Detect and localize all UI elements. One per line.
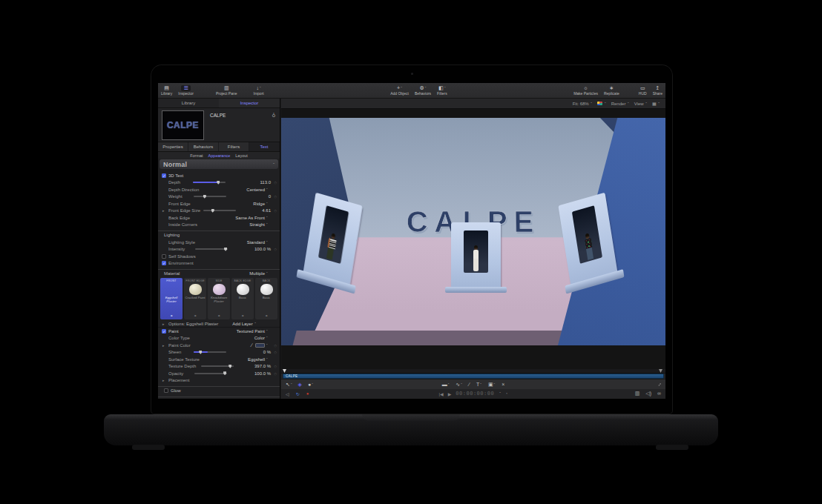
link-icon[interactable]: ⚭ [194,314,197,318]
resize-pane-handle[interactable]: ↕ [657,382,662,387]
share-button[interactable]: ↥ Share [650,83,665,98]
timing-display-mode[interactable]: ◔ [505,391,508,396]
paint-popup[interactable]: Textured Paint [232,329,265,334]
intensity-value[interactable]: 100.0 % [238,247,271,251]
keyframe-icon[interactable]: ◇ [271,364,277,368]
material-swatch-front[interactable]: FRONT Eggshell Plaster ⚭ [160,278,183,319]
fit-zoom-control[interactable]: Fit: 68% ˇ [573,102,592,106]
mask-tool[interactable]: ▣ˇ [488,382,495,388]
weight-value[interactable]: 0 [238,194,271,199]
behaviors-button[interactable]: ⚙ˇ Behaviors [412,83,434,98]
disclosure-icon[interactable]: ▸ [162,322,165,326]
channel-select[interactable]: ˇ [597,102,606,106]
weight-slider[interactable] [194,196,226,197]
record-button[interactable]: ● [306,391,309,396]
view-menu[interactable]: View ˇ [634,102,647,106]
pin-icon[interactable]: ⚲ [272,112,275,118]
tab-library[interactable]: Library [158,99,219,107]
self-shadows-checkbox[interactable] [162,254,166,259]
crop-tool[interactable]: × [502,382,504,387]
loop-button[interactable]: ↻ [296,391,300,397]
chevron-down-icon[interactable]: ˇ [499,391,501,396]
show-keyframes-button[interactable]: ∞ [657,391,661,397]
shape-tool[interactable]: ▬ˇ [442,382,450,387]
keyframe-icon[interactable]: ◇ [271,208,277,213]
3d-transform-tool[interactable]: ◈ [298,382,302,388]
texture-depth-slider[interactable] [201,365,234,367]
filters-button[interactable]: ◧ˇ Filters [434,83,450,98]
keyframe-icon[interactable]: ◇ [271,350,277,354]
keyframe-icon[interactable]: ◇ [271,180,277,185]
material-swatch-back[interactable]: BACK Basic ⚭ [255,278,277,319]
disclosure-icon[interactable]: ▸ [162,208,165,213]
bezier-tool[interactable]: ∿ˇ [456,382,462,388]
link-icon[interactable]: ⚭ [170,314,173,318]
playhead-icon[interactable] [283,369,286,373]
render-menu[interactable]: Render ˇ [611,102,629,106]
project-pane-button[interactable]: ▥ Project Pane [213,83,240,98]
add-layer-button[interactable]: Add Layer ˇ [232,322,256,326]
tab-text[interactable]: Text [249,142,280,151]
inside-corners-popup[interactable]: Straight [232,222,265,227]
timecode-display[interactable]: 00:00:00:00 [456,391,494,397]
import-button[interactable]: ↓ˇ Import [251,83,267,98]
opacity-value[interactable]: 100.0 % [238,371,271,376]
tab-inspector[interactable]: Inspector [219,99,280,107]
depth-direction-popup[interactable]: Centered [232,188,265,192]
select-tool[interactable]: ↖ˇ [286,382,292,388]
front-edge-size-slider[interactable] [203,210,236,211]
make-particles-button[interactable]: ☼ Make Particles [571,83,601,98]
depth-value[interactable]: 113.0 [238,180,271,185]
material-swatch-side[interactable]: SIDE Knockdown Plaster ⚭ [208,278,230,319]
keyframe-icon[interactable]: ◇ [271,343,277,348]
environment-checkbox[interactable]: ✓ [162,261,166,265]
play-button[interactable]: ▶ [448,391,452,397]
tab-behaviors[interactable]: Behaviors [188,142,219,151]
mute-button[interactable]: ◁ [286,391,289,397]
subtab-layout[interactable]: Layout [235,153,248,158]
text-tool[interactable]: Tˇ [476,382,481,387]
disclosure-icon[interactable]: ▸ [162,378,165,382]
tab-filters[interactable]: Filters [219,142,249,151]
eyedropper-icon[interactable]: ∕ [251,342,252,348]
hud-button[interactable]: ▭ HUD [636,83,650,98]
library-button[interactable]: ▤ Library [158,83,175,98]
3d-text-checkbox[interactable]: ✓ [162,173,166,178]
link-icon[interactable]: ⚭ [217,314,220,318]
subtab-appearance[interactable]: Appearance [208,153,231,158]
go-to-start-button[interactable]: |◀ [439,391,444,397]
disclosure-icon[interactable]: ▸ [162,343,165,348]
layout-grid-control[interactable]: ▦ ˇ [652,101,660,106]
intensity-slider[interactable] [195,248,228,250]
replicate-button[interactable]: ∗ Replicate [601,83,622,98]
depth-slider[interactable] [193,182,226,183]
front-edge-popup[interactable]: Ridge [232,202,265,206]
preview-thumbnail[interactable]: CALPE [162,110,204,140]
front-edge-size-value[interactable]: 4.61 [238,208,271,213]
texture-depth-value[interactable]: 397.0 % [238,364,271,368]
opacity-slider[interactable] [194,373,227,374]
link-icon[interactable]: ⚭ [241,314,244,318]
show-timeline-button[interactable]: ▥ [635,391,640,397]
pan-tool[interactable]: ●ˇ [308,382,313,387]
lighting-style-popup[interactable]: Standard [232,240,265,245]
material-swatch-back-edge[interactable]: BACK EDGE Basic ⚭ [231,278,254,319]
video-frame[interactable]: CALPE [281,118,665,345]
keyframe-icon[interactable]: ◇ [271,247,277,251]
add-object-button[interactable]: +ˇ Add Object [387,83,412,98]
link-icon[interactable]: ⚭ [265,314,268,318]
end-marker-icon[interactable] [659,369,662,373]
glow-checkbox[interactable] [164,388,168,393]
timeline-clip-bar[interactable]: CALPE [283,374,664,379]
paint-checkbox[interactable]: ✓ [162,329,166,334]
inspector-button[interactable]: ☰ Inspector [175,83,197,98]
sheen-value[interactable]: 0 % [238,350,271,354]
subtab-format[interactable]: Format [190,153,203,158]
sheen-slider[interactable] [194,351,226,353]
paint-color-swatch[interactable] [255,343,265,348]
keyframe-icon[interactable]: ◇ [271,371,277,376]
material-swatch-front-edge[interactable]: FRONT EDGE Cracked Paint ⚭ [184,278,206,319]
line-tool[interactable]: ∕ [469,382,470,387]
show-audio-button[interactable]: ◁) [645,391,651,397]
tab-properties[interactable]: Properties [158,142,188,151]
